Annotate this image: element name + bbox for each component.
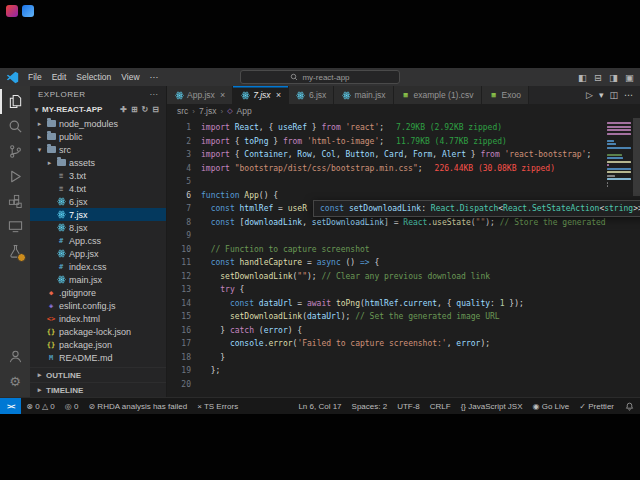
command-center-search[interactable]: my-react-app <box>240 70 400 84</box>
refresh-icon[interactable]: ↻ <box>142 105 149 114</box>
code-line-10[interactable]: 10 // Function to capture screenshot <box>167 243 606 257</box>
close-icon[interactable]: × <box>276 90 281 100</box>
tab-6-jsx[interactable]: 6.jsx <box>289 86 334 104</box>
line-number[interactable]: 6 <box>167 189 201 203</box>
tab-main-jsx[interactable]: main.jsx <box>334 86 393 104</box>
settings-gear-icon[interactable]: ⚙ <box>0 369 30 394</box>
menu-view[interactable]: View <box>116 72 144 82</box>
tree-item-public[interactable]: ▸public <box>30 130 166 143</box>
code-line-20[interactable]: 20 <box>167 378 606 392</box>
encoding[interactable]: UTF-8 <box>392 398 425 414</box>
notifications-bell-icon[interactable] <box>619 398 640 414</box>
code-line-13[interactable]: 13 try { <box>167 283 606 297</box>
tree-item-app-css[interactable]: #App.css <box>30 234 166 247</box>
problems[interactable]: ⊗ 0 △ 0 <box>21 398 59 414</box>
code-line-5[interactable]: 5 <box>167 175 606 189</box>
line-number[interactable]: 3 <box>167 148 201 162</box>
breadcrumb-7-jsx[interactable]: 7.jsx <box>199 106 216 116</box>
tab-app-jsx[interactable]: App.jsx× <box>167 86 233 104</box>
project-header[interactable]: ▾ MY-REACT-APP ✚⊞↻⊟ <box>30 102 166 117</box>
tree-item-package-lock-json[interactable]: {}package-lock.json <box>30 325 166 338</box>
section-timeline[interactable]: ▸TIMELINE <box>30 382 166 397</box>
line-number[interactable]: 1 <box>167 121 201 135</box>
code-line-15[interactable]: 15 setDownloadLink(dataUrl); // Set the … <box>167 310 606 324</box>
line-number[interactable]: 4 <box>167 162 201 176</box>
tab-example-1-csv[interactable]: ▦example (1).csv <box>394 86 482 104</box>
split-editor-icon[interactable]: ◫ <box>609 90 618 100</box>
indentation[interactable]: Spaces: 2 <box>347 398 393 414</box>
menu-file[interactable]: File <box>23 72 47 82</box>
ports[interactable]: ◎ 0 <box>60 398 84 414</box>
line-number[interactable]: 7 <box>167 202 201 216</box>
ts-errors[interactable]: × TS Errors <box>192 398 243 414</box>
tree-item-index-css[interactable]: #index.css <box>30 260 166 273</box>
code-line-8[interactable]: 8 const [downloadLink, setDownloadLink] … <box>167 216 606 230</box>
line-number[interactable]: 10 <box>167 243 201 257</box>
tab-exoo[interactable]: ▦Exoo <box>482 86 529 104</box>
tab-7-jsx[interactable]: 7.jsx× <box>233 86 289 104</box>
cursor-position[interactable]: Ln 6, Col 17 <box>293 398 346 414</box>
tree-item-readme-md[interactable]: MREADME.md <box>30 351 166 364</box>
customize-layout-icon[interactable]: ▣ <box>625 72 634 83</box>
run-code-icon[interactable]: ▷ <box>586 90 593 100</box>
files-icon[interactable] <box>0 89 30 114</box>
tree-item-gitignore[interactable]: ◆.gitignore <box>30 286 166 299</box>
line-number[interactable]: 16 <box>167 324 201 338</box>
toggle-sidebar-icon[interactable]: ◧ <box>578 72 587 83</box>
dependency-analytics-icon[interactable] <box>0 239 30 264</box>
extensions-icon[interactable] <box>0 189 30 214</box>
line-number[interactable]: 13 <box>167 283 201 297</box>
remote-explorer-icon[interactable] <box>0 214 30 239</box>
toggle-secondary-sidebar-icon[interactable]: ◨ <box>609 72 618 83</box>
line-number[interactable]: 12 <box>167 270 201 284</box>
tree-item-src[interactable]: ▾src <box>30 143 166 156</box>
scrollbar-thumb[interactable] <box>633 118 640 196</box>
line-number[interactable]: 20 <box>167 378 201 392</box>
close-icon[interactable]: × <box>220 90 225 100</box>
vertical-scrollbar[interactable] <box>633 118 640 397</box>
code-line-14[interactable]: 14 const dataUrl = await toPng(htmlRef.c… <box>167 297 606 311</box>
tree-item-4-txt[interactable]: ≡4.txt <box>30 182 166 195</box>
code-line-11[interactable]: 11 const handleCapture = async () => { <box>167 256 606 270</box>
more-actions-icon[interactable]: ⋯ <box>624 90 633 100</box>
line-number[interactable]: 15 <box>167 310 201 324</box>
search-icon[interactable] <box>0 114 30 139</box>
overlay-app-icon-2[interactable] <box>22 5 34 17</box>
line-number[interactable]: 9 <box>167 229 201 243</box>
code-line-17[interactable]: 17 console.error('Failed to capture scre… <box>167 337 606 351</box>
code-line-1[interactable]: 1import React, { useRef } from 'react';7… <box>167 121 606 135</box>
code-line-3[interactable]: 3import { Container, Row, Col, Button, C… <box>167 148 606 162</box>
code-line-19[interactable]: 19 }; <box>167 364 606 378</box>
minimap[interactable] <box>607 122 632 192</box>
code-line-18[interactable]: 18 } <box>167 351 606 365</box>
tree-item-package-json[interactable]: {}package.json <box>30 338 166 351</box>
breadcrumb-src[interactable]: src <box>177 106 188 116</box>
go-live[interactable]: ◉ Go Live <box>528 398 575 414</box>
line-number[interactable]: 18 <box>167 351 201 365</box>
account-icon[interactable] <box>0 344 30 369</box>
tree-item-assets[interactable]: ▸assets <box>30 156 166 169</box>
line-number[interactable]: 17 <box>167 337 201 351</box>
rhda-status[interactable]: ⊘ RHDA analysis has failed <box>83 398 192 414</box>
tree-item-app-jsx[interactable]: App.jsx <box>30 247 166 260</box>
line-number[interactable]: 5 <box>167 175 201 189</box>
menu-selection[interactable]: Selection <box>71 72 116 82</box>
toggle-panel-icon[interactable]: ⊟ <box>594 72 602 83</box>
tree-item-3-txt[interactable]: ≡3.txt <box>30 169 166 182</box>
code-line-16[interactable]: 16 } catch (error) { <box>167 324 606 338</box>
prettier[interactable]: ✓ Prettier <box>574 398 619 414</box>
tree-item-eslint-config-js[interactable]: ◈eslint.config.js <box>30 299 166 312</box>
line-number[interactable]: 11 <box>167 256 201 270</box>
menu-edit[interactable]: Edit <box>47 72 72 82</box>
run-debug-icon[interactable] <box>0 164 30 189</box>
section-outline[interactable]: ▸OUTLINE <box>30 367 166 382</box>
line-number[interactable]: 19 <box>167 364 201 378</box>
breadcrumb-app[interactable]: App <box>237 106 252 116</box>
remote-indicator[interactable]: >< <box>0 398 21 414</box>
tree-item-8-jsx[interactable]: 8.jsx <box>30 221 166 234</box>
code-line-2[interactable]: 2import { toPng } from 'html-to-image';1… <box>167 135 606 149</box>
new-folder-icon[interactable]: ⊞ <box>131 105 138 114</box>
new-file-icon[interactable]: ✚ <box>120 105 127 114</box>
tree-item-6-jsx[interactable]: 6.jsx <box>30 195 166 208</box>
code-line-9[interactable]: 9 <box>167 229 606 243</box>
